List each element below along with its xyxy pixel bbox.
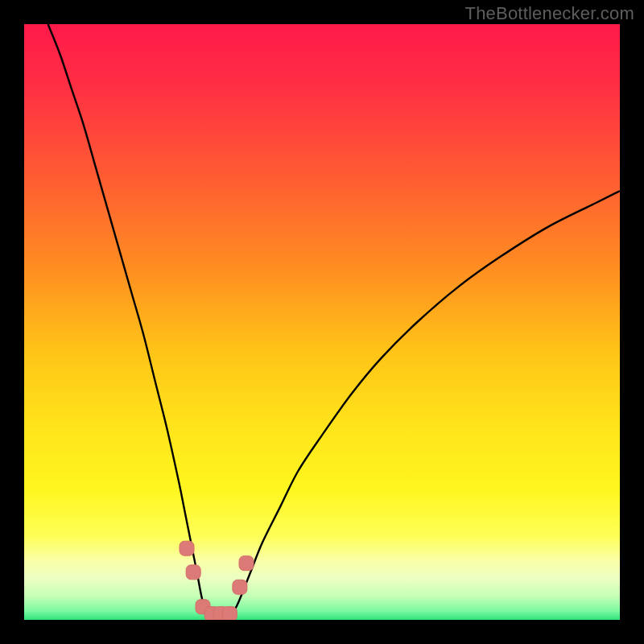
bottleneck-curve (48, 24, 620, 617)
curve-layer (24, 24, 620, 620)
curve-marker (186, 565, 200, 580)
plot-area (24, 24, 620, 620)
chart-frame: TheBottlenecker.com (0, 0, 644, 644)
curve-marker (233, 580, 247, 594)
curve-marker (239, 556, 254, 571)
curve-marker (180, 541, 194, 555)
marker-group (180, 541, 254, 620)
curve-marker (222, 607, 237, 620)
watermark-text: TheBottlenecker.com (465, 3, 634, 24)
